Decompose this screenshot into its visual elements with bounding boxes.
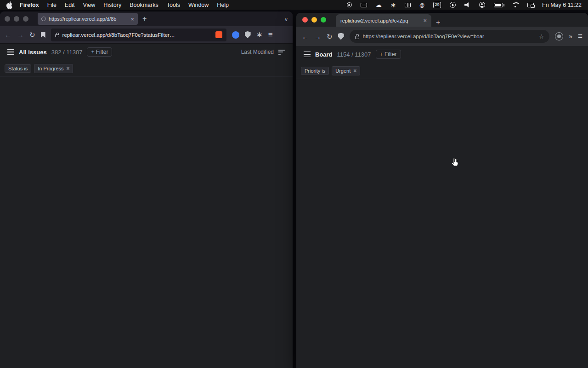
add-filter-button[interactable]: + Filter — [87, 47, 112, 57]
remove-filter-icon[interactable] — [353, 68, 356, 74]
app-menu-icon[interactable] — [304, 52, 311, 57]
tab-list-chevron-icon[interactable] — [284, 15, 288, 23]
remove-filter-icon[interactable] — [66, 65, 69, 72]
display-icon[interactable] — [361, 3, 367, 7]
volume-icon[interactable] — [464, 2, 470, 7]
user-circle-icon[interactable] — [479, 2, 485, 8]
new-tab-button[interactable] — [142, 15, 147, 23]
menubar: Firefox FileEditViewHistoryBookmarksTool… — [0, 0, 588, 10]
sort-icon[interactable] — [278, 50, 285, 55]
apple-menu-icon[interactable] — [6, 1, 12, 9]
window-controls — [302, 17, 326, 23]
browser-menu-icon[interactable] — [268, 30, 273, 40]
forward-button[interactable] — [314, 33, 321, 40]
screen-mirroring-icon[interactable] — [527, 3, 534, 7]
overflow-chevrons-icon[interactable] — [569, 32, 572, 40]
menubar-item[interactable]: Edit — [65, 2, 75, 8]
browser-toolbar: repliear.vercel.app/d/8bTaoq7F0e?statusF… — [0, 26, 293, 44]
minimize-window-button[interactable] — [311, 17, 317, 23]
close-window-button[interactable] — [302, 17, 308, 23]
filter-field-chip: Status is — [5, 64, 31, 73]
repliear-list-page: All issues 382 / 11307 + Filter Last Mod… — [0, 44, 293, 77]
menubar-item[interactable]: View — [83, 2, 95, 8]
zoom-window-button[interactable] — [23, 16, 28, 22]
lock-icon — [55, 34, 59, 37]
minimize-window-button[interactable] — [14, 16, 19, 22]
page-header: All issues 382 / 11307 + Filter Last Mod… — [0, 44, 293, 60]
menubar-item[interactable]: Help — [217, 2, 229, 8]
at-circle-icon[interactable] — [419, 2, 424, 8]
menubar-status-area: 29 Fri May 6 11:22 — [338, 1, 582, 9]
filter-value-label: Urgent — [335, 68, 351, 74]
repliear-board-page: Board 1154 / 11307 + Filter Priority is … — [296, 46, 588, 79]
menubar-item[interactable]: File — [47, 2, 57, 8]
tracking-protection-icon[interactable] — [245, 31, 251, 38]
divider — [212, 31, 212, 39]
extensions-icon[interactable] — [256, 30, 263, 40]
menubar-item[interactable]: Window — [188, 2, 209, 8]
reload-button[interactable] — [327, 33, 333, 40]
menubar-item[interactable]: Tools — [167, 2, 180, 8]
issue-count: 382 / 11307 — [51, 49, 83, 56]
url-bar[interactable]: https://repliear.vercel.app/d/8bTaoq7F0e… — [350, 30, 550, 43]
menubar-app-name[interactable]: Firefox — [20, 2, 39, 8]
tab-favicon-icon — [41, 17, 46, 21]
reload-button[interactable] — [29, 31, 35, 38]
tab-strip: https://repliear.vercel.app/d/8b — [0, 12, 293, 26]
extension-shield-icon[interactable] — [215, 31, 222, 38]
filter-value-chip[interactable]: Urgent — [332, 66, 360, 75]
tab-close-icon[interactable] — [130, 16, 134, 23]
filter-value-label: In Progress — [38, 66, 63, 71]
window-manager-icon[interactable] — [405, 3, 411, 7]
bookmark-star-icon[interactable] — [539, 32, 544, 40]
filter-field-label: Priority is — [305, 68, 325, 74]
url-text: https://repliear.vercel.app/d/8bTaoq7F0e… — [363, 34, 535, 39]
sort-label[interactable]: Last Modified — [241, 49, 274, 55]
calendar-badge[interactable]: 29 — [433, 2, 441, 8]
browser-menu-icon[interactable] — [578, 32, 582, 41]
menubar-menus: FileEditViewHistoryBookmarksToolsWindowH… — [47, 2, 229, 8]
menubar-item[interactable]: Bookmarks — [130, 2, 158, 8]
filter-bar: Priority is Urgent — [296, 63, 588, 79]
tab-title: https://repliear.vercel.app/d/8b — [49, 16, 128, 22]
filter-field-label: Status is — [8, 66, 28, 71]
add-filter-button[interactable]: + Filter — [376, 50, 401, 59]
board-browser-window: replidraw2.vercel.app/d/c-iZpq https://r… — [296, 13, 588, 368]
battery-icon[interactable] — [494, 3, 503, 7]
filter-value-chip[interactable]: In Progress — [34, 64, 73, 73]
page-header: Board 1154 / 11307 + Filter — [296, 46, 588, 63]
new-tab-button[interactable] — [436, 18, 440, 27]
screen-record-icon[interactable] — [347, 2, 352, 7]
url-text: repliear.vercel.app/d/8bTaoq7F0e?statusF… — [62, 32, 209, 38]
asterisk-icon[interactable] — [390, 1, 396, 9]
back-button[interactable] — [302, 33, 309, 40]
shield-icon[interactable] — [338, 33, 344, 40]
lock-icon — [355, 36, 359, 39]
forward-button[interactable] — [17, 31, 24, 38]
app-menu-icon[interactable] — [7, 49, 14, 55]
profile-icon[interactable] — [555, 32, 563, 40]
bookmark-icon[interactable] — [41, 32, 45, 38]
tab-title: replidraw2.vercel.app/d/c-iZpq — [340, 18, 419, 23]
zoom-window-button[interactable] — [321, 17, 326, 23]
cloud-icon[interactable] — [376, 1, 382, 8]
back-button[interactable] — [5, 31, 11, 38]
kanban-board: Backlog 351 Bug: App is unresponsive… Im… — [296, 79, 588, 88]
filter-bar: Status is In Progress — [0, 60, 293, 77]
page-title: Board — [315, 51, 333, 58]
close-window-button[interactable] — [5, 16, 10, 22]
firefox-window: https://repliear.vercel.app/d/8b repliea… — [0, 12, 293, 368]
browser-toolbar: https://repliear.vercel.app/d/8bTaoq7F0e… — [296, 27, 588, 46]
blue-extension-icon[interactable] — [232, 31, 239, 39]
tab-strip: replidraw2.vercel.app/d/c-iZpq — [296, 13, 588, 27]
tab-close-icon[interactable] — [423, 17, 427, 24]
browser-tab[interactable]: replidraw2.vercel.app/d/c-iZpq — [336, 14, 431, 27]
url-bar[interactable]: repliear.vercel.app/d/8bTaoq7F0e?statusF… — [51, 29, 226, 41]
play-circle-icon[interactable] — [450, 2, 456, 8]
menubar-clock[interactable]: Fri May 6 11:22 — [542, 2, 582, 8]
wifi-icon[interactable] — [512, 2, 519, 7]
filter-field-chip: Priority is — [301, 67, 329, 75]
browser-tab[interactable]: https://repliear.vercel.app/d/8b — [38, 13, 138, 25]
page-title: All issues — [19, 49, 47, 56]
menubar-item[interactable]: History — [103, 2, 121, 8]
